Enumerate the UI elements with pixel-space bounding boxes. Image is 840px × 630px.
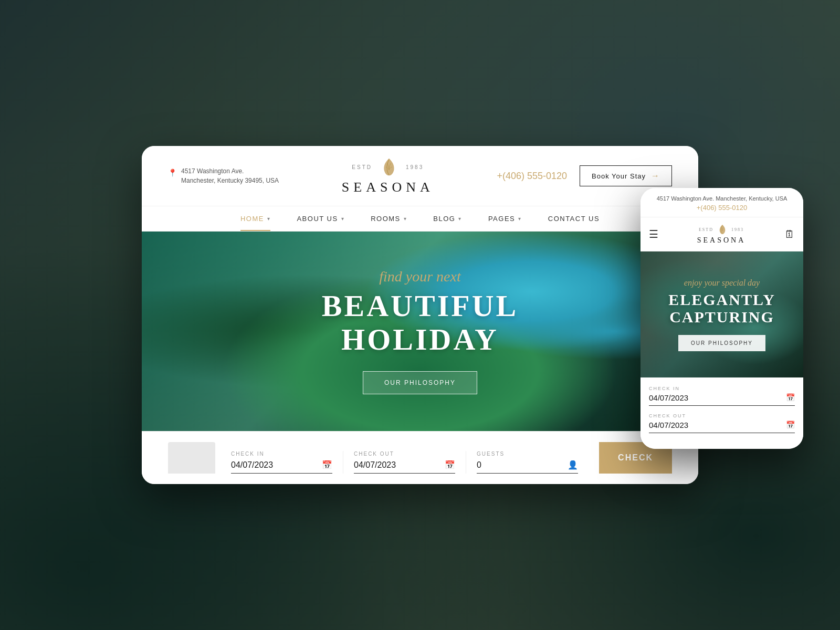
mobile-checkout-value-row: 04/07/2023 📅 [649,421,795,433]
desktop-hero: find your next BEAUTIFUL HOLIDAY OUR PHI… [142,232,698,431]
nav-home[interactable]: HOME ▾ [240,206,271,231]
checkin-calendar-icon: 📅 [322,460,332,470]
booking-bar: CHECK IN 04/07/2023 📅 CHECK OUT 04/07/20… [142,431,698,484]
booking-tab [168,442,215,474]
checkout-date: 04/07/2023 [354,460,396,470]
nav-pages-label: PAGES [488,215,515,223]
mobile-estd-text: ESTD [699,227,713,232]
mobile-mockup: 4517 Washington Ave. Manchester, Kentuck… [640,188,803,449]
nav-home-label: HOME [240,215,264,223]
header-address: 📍 4517 Washington Ave. Manchester, Kentu… [168,166,279,185]
mobile-title-line2: CAPTURING [669,308,774,326]
mobile-checkin-label: CHECK IN [649,386,795,391]
checkin-date: 04/07/2023 [231,460,273,470]
mobile-logo: ESTD 1983 SEASONA [697,224,746,245]
about-chevron-icon: ▾ [341,216,345,222]
logo-estd-text: ESTD [352,164,372,170]
nav-contact[interactable]: CONTACT US [548,206,600,231]
mobile-checkout-calendar-icon: 📅 [786,421,795,429]
arrow-icon: → [651,171,660,181]
guests-count: 0 [477,460,481,470]
book-stay-button[interactable]: Book Your Stay → [580,165,672,186]
mobile-year-text: 1983 [731,227,744,232]
home-chevron-icon: ▾ [267,216,271,222]
nav-about[interactable]: ABOUT US ▾ [297,206,344,231]
mobile-checkout-field[interactable]: CHECK OUT 04/07/2023 📅 [649,413,795,433]
book-stay-label: Book Your Stay [592,172,646,180]
checkout-field[interactable]: CHECK OUT 04/07/2023 📅 [354,451,466,474]
mobile-booking: CHECK IN 04/07/2023 📅 CHECK OUT 04/07/20… [640,377,803,449]
mobile-philosophy-button[interactable]: OUR PHILOSOPHY [678,335,765,351]
guests-field[interactable]: GUESTS 0 👤 [477,451,589,474]
checkin-label: CHECK IN [231,451,332,457]
logo-year-text: 1983 [406,164,424,170]
mobile-title-line1: ELEGANTLY [668,291,775,308]
nav-rooms[interactable]: ROOMS ▾ [371,206,407,231]
hero-content: find your next BEAUTIFUL HOLIDAY OUR PHI… [142,232,698,431]
mobile-phone[interactable]: +(406) 555-0120 [649,204,795,212]
address-line1: 4517 Washington Ave. [181,166,279,176]
philosophy-button[interactable]: OUR PHILOSOPHY [363,371,477,394]
mobile-philosophy-label: OUR PHILOSOPHY [691,340,753,346]
hero-script-text: find your next [379,268,461,285]
scene: 📍 4517 Washington Ave. Manchester, Kentu… [105,146,735,484]
desktop-nav: HOME ▾ ABOUT US ▾ ROOMS ▾ BLOG ▾ PAGES ▾… [142,206,698,232]
pages-chevron-icon: ▾ [518,216,522,222]
header-right: +(406) 555-0120 Book Your Stay → [497,165,672,186]
checkin-value-row: 04/07/2023 📅 [231,460,332,474]
checkout-calendar-icon: 📅 [445,460,455,470]
logo-name: SEASONA [342,180,434,195]
checkout-value-row: 04/07/2023 📅 [354,460,455,474]
mobile-checkin-field[interactable]: CHECK IN 04/07/2023 📅 [649,386,795,406]
nav-blog-label: BLOG [433,215,455,223]
mobile-logo-estd-row: ESTD 1983 [697,224,746,235]
nav-about-label: ABOUT US [297,215,338,223]
mobile-checkin-value-row: 04/07/2023 📅 [649,393,795,406]
pin-icon: 📍 [168,167,177,178]
logo-area: ESTD 1983 SEASONA [342,156,434,195]
guests-label: GUESTS [477,451,578,457]
mobile-calendar-icon[interactable]: 🗓 [784,228,795,240]
mobile-checkin-calendar-icon: 📅 [786,393,795,402]
logo-estd-row: ESTD 1983 [342,156,434,177]
rooms-chevron-icon: ▾ [404,216,407,222]
mobile-checkout-label: CHECK OUT [649,413,795,418]
philosophy-label: OUR PHILOSOPHY [384,379,456,386]
mobile-hero-title: ELEGANTLY CAPTURING [668,291,775,326]
mobile-topbar: 4517 Washington Ave. Manchester, Kentuck… [640,188,803,217]
nav-blog[interactable]: BLOG ▾ [433,206,462,231]
desktop-header: 📍 4517 Washington Ave. Manchester, Kentu… [142,146,698,206]
address-line2: Manchester, Kentucky 39495, USA [181,176,279,185]
mobile-logo-leaf-icon [717,224,728,235]
nav-contact-label: CONTACT US [548,215,600,223]
mobile-checkin-date: 04/07/2023 [649,393,688,402]
header-phone[interactable]: +(406) 555-0120 [497,171,567,182]
check-label: CHECK [618,453,653,463]
hero-title: BEAUTIFUL HOLIDAY [322,289,518,356]
guests-person-icon: 👤 [568,460,578,470]
logo-leaf-icon [379,156,400,177]
nav-rooms-label: ROOMS [371,215,401,223]
mobile-hero-content: enjoy your special day ELEGANTLY CAPTURI… [640,251,803,377]
hero-title-line1: BEAUTIFUL [322,289,518,323]
mobile-hero-script: enjoy your special day [684,278,760,288]
guests-value-row: 0 👤 [477,460,578,474]
mobile-address: 4517 Washington Ave. Manchester, Kentuck… [649,195,795,202]
mobile-checkout-date: 04/07/2023 [649,421,688,429]
checkout-label: CHECK OUT [354,451,455,457]
mobile-nav: ☰ ESTD 1983 SEASONA 🗓 [640,217,803,251]
nav-pages[interactable]: PAGES ▾ [488,206,522,231]
hamburger-menu-icon[interactable]: ☰ [649,228,658,240]
desktop-mockup: 📍 4517 Washington Ave. Manchester, Kentu… [142,146,698,484]
checkin-field[interactable]: CHECK IN 04/07/2023 📅 [231,451,343,474]
mobile-logo-name: SEASONA [697,236,746,245]
blog-chevron-icon: ▾ [458,216,462,222]
mobile-hero: enjoy your special day ELEGANTLY CAPTURI… [640,251,803,377]
hero-title-line2: HOLIDAY [341,322,499,356]
